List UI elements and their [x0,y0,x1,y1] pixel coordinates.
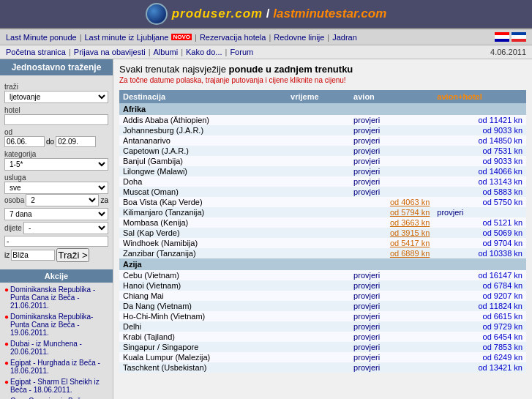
dest-avionhotel[interactable]: od 14066 kn [433,166,526,176]
dest-vrijeme [287,187,350,197]
dest-avionhotel[interactable]: od 10338 kn [433,248,526,258]
dest-avion[interactable]: provjeri [350,146,433,156]
dest-avionhotel[interactable]: od 7531 kn [433,146,526,156]
dest-avionhotel[interactable]: od 6784 kn [433,280,526,291]
dest-avion[interactable]: provjeri [350,332,433,342]
dest-vrijeme [287,115,350,125]
region-name: Afrika [119,103,526,115]
sidebar: Jednostavno traženje traži ljetovanje ho… [0,59,113,399]
nav-rezervacija-hotela[interactable]: Rezervacija hotela [200,33,266,42]
trajanje-select[interactable]: 7 dana [4,208,108,220]
dest-avionhotel[interactable]: od 13421 kn [433,362,526,373]
logo-text: produser.com / lastminutestar.com [172,7,387,21]
dest-avion[interactable]: provjeri [350,156,433,166]
nav-jadran[interactable]: Jadran [332,33,357,42]
heading-normal: Svaki trenutak najsvježije [119,64,229,75]
nav-redovne-linije[interactable]: Redovne linije [274,33,324,42]
table-row: Kilimanjaro (Tanzanija) od 5794 kn provj… [119,207,526,217]
dest-avion[interactable]: od 5794 kn [350,207,433,217]
akcija-link[interactable]: Dubai - iz Munchena - 20.06.2011. [10,340,108,356]
nav-pocetna[interactable]: Početna stranica [6,48,66,56]
dest-avionhotel[interactable]: od 13143 kn [433,176,526,187]
dest-avion[interactable]: provjeri [350,342,433,352]
dest-avion[interactable]: provjeri [350,135,433,146]
nav-last-minute-ponude[interactable]: Last Minute ponude [6,33,77,42]
iz-label: iz [4,251,10,259]
dest-avion[interactable]: provjeri [350,176,433,187]
akcija-link[interactable]: Dominikanska Republika- Punta Cana iz Be… [10,313,108,337]
dest-avionhotel[interactable]: od 6615 kn [433,311,526,321]
dest-avionhotel[interactable]: od 5121 kn [433,217,526,228]
nav-prijava[interactable]: Prijava na obavijesti [74,48,146,56]
flag-hr[interactable] [495,32,509,42]
dest-avion[interactable]: provjeri [350,352,433,362]
dest-avionhotel[interactable]: od 5883 kn [433,187,526,197]
nav-kako-do[interactable]: Kako do... [186,48,222,56]
dest-avion[interactable]: provjeri [350,291,433,301]
dest-avion[interactable]: provjeri [350,125,433,135]
search-section: traži ljetovanje hotel od do kategorija … [0,75,113,266]
date-display: 4.06.2011 [490,48,526,56]
table-row: Chiang Mai provjeri od 9207 kn [119,291,526,301]
hotel-input[interactable] [4,114,108,125]
dest-avionhotel[interactable]: od 9033 kn [433,156,526,166]
dest-avionhotel[interactable]: od 9704 kn [433,238,526,248]
bliza-input[interactable] [11,250,55,261]
dijete-select[interactable]: - [23,222,108,234]
dest-avionhotel[interactable]: od 5750 kn [433,197,526,207]
table-row: Sal (Kap Verde) od 3915 kn od 5069 kn [119,228,526,238]
akcija-link[interactable]: Egipat - Hurghada iz Beča - 18.06.2011. [10,359,108,375]
dest-avion[interactable]: od 4063 kn [350,197,433,207]
flag-si[interactable] [512,32,526,42]
dest-avionhotel[interactable]: od 9207 kn [433,291,526,301]
akcija-link[interactable]: Egipat - Sharm El Sheikh iz Beča - 18.06… [10,378,108,394]
kategorija-select[interactable]: 1-5* [4,158,108,171]
dest-avion[interactable]: provjeri [350,115,433,125]
od-input[interactable] [4,136,45,147]
extra-input[interactable] [4,236,108,247]
dest-avion[interactable]: od 6889 kn [350,248,433,258]
dest-avionhotel[interactable]: od 14850 kn [433,135,526,146]
nav-forum[interactable]: Forum [230,48,253,56]
osoba-select[interactable]: 2 [26,194,99,206]
dest-avionhotel[interactable]: od 6249 kn [433,352,526,362]
main: Jednostavno traženje traži ljetovanje ho… [0,59,532,399]
dest-avionhotel[interactable]: od 11824 kn [433,301,526,311]
dest-avion[interactable]: od 5417 kn [350,238,433,248]
list-item: ● Dominikanska Republika- Punta Cana iz … [4,313,108,337]
dest-avionhotel[interactable]: od 9729 kn [433,321,526,332]
table-row: Mombasa (Kenija) od 3663 kn od 5121 kn [119,217,526,228]
dest-vrijeme [287,270,350,280]
dest-avion[interactable]: od 3663 kn [350,217,433,228]
dest-avion[interactable]: od 3915 kn [350,228,433,238]
dest-name: Muscat (Oman) [119,187,287,197]
nav-last-minute-ljubljane[interactable]: Last minute iz Ljubljane [85,33,169,42]
dest-avion[interactable]: provjeri [350,362,433,373]
dest-vrijeme [287,291,350,301]
dest-avionhotel[interactable]: provjeri [433,207,526,217]
dest-avionhotel[interactable]: od 7853 kn [433,342,526,352]
dest-avionhotel[interactable]: od 6454 kn [433,332,526,342]
dest-avion[interactable]: provjeri [350,311,433,321]
akcija-link[interactable]: Dominikanska Republika - Punta Cana iz B… [10,286,108,310]
dest-avion[interactable]: provjeri [350,187,433,197]
trazi-select[interactable]: ljetovanje [4,91,108,103]
list-item: ● Dominikanska Republika - Punta Cana iz… [4,286,108,310]
dest-avionhotel[interactable]: od 11421 kn [433,115,526,125]
nav-top: Last Minute ponude | Last minute iz Ljub… [0,29,532,45]
usluga-select[interactable]: sve [4,182,108,194]
table-row: Zanzibar (Tanzanija) od 6889 kn od 10338… [119,248,526,258]
dest-avionhotel[interactable]: od 9033 kn [433,125,526,135]
trazi-button[interactable]: Traži > [56,248,89,262]
sidebar-title: Jednostavno traženje [0,59,113,75]
dest-avion[interactable]: provjeri [350,166,433,176]
nav-albumi[interactable]: Albumi [154,48,179,56]
dest-avion[interactable]: provjeri [350,270,433,280]
dest-avionhotel[interactable]: od 16147 kn [433,270,526,280]
dest-avion[interactable]: provjeri [350,280,433,291]
dest-avion[interactable]: provjeri [350,301,433,311]
do-input[interactable] [56,136,96,147]
dest-avion[interactable]: provjeri [350,321,433,332]
dest-avionhotel[interactable]: od 5069 kn [433,228,526,238]
table-row: Ho-Chi-Minh (Vietnam) provjeri od 6615 k… [119,311,526,321]
